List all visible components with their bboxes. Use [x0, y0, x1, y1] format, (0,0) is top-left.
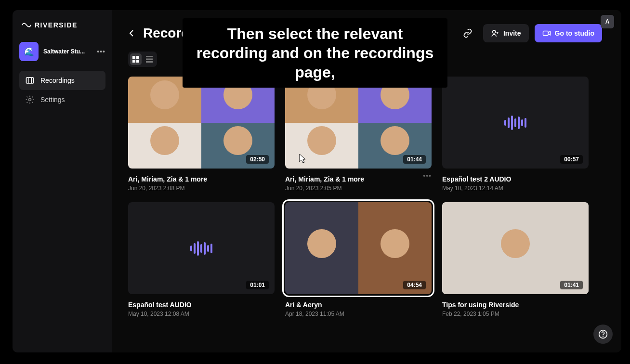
help-button[interactable] [593, 325, 613, 344]
recording-title: Ari, Miriam, Zia & 1 more [285, 175, 364, 183]
duration-badge: 01:41 [560, 281, 583, 289]
svg-rect-9 [136, 56, 139, 59]
brand-logo[interactable]: RIVERSIDE [21, 20, 105, 30]
recording-title: Ari, Miriam, Zia & 1 more [128, 175, 275, 183]
recording-date: May 10, 2023 12:14 AM [442, 185, 589, 192]
recording-card[interactable]: 01:44 Ari, Miriam, Zia & 1 more ••• Jun … [285, 77, 432, 192]
recordings-grid: 02:50 Ari, Miriam, Zia & 1 more Jun 20, … [112, 67, 621, 327]
gear-icon [25, 95, 35, 104]
recording-card[interactable]: 04:54 Ari & Aeryn Apr 18, 2023 11:05 AM [285, 202, 432, 317]
recording-date: Apr 18, 2023 11:05 AM [285, 311, 432, 317]
recording-card[interactable]: 00:57 Español test 2 AUDIO May 10, 2023 … [442, 77, 589, 192]
recording-thumbnail: 04:54 [285, 202, 432, 294]
duration-badge: 00:57 [560, 155, 583, 164]
recording-thumbnail: 01:01 [128, 202, 275, 294]
svg-rect-14 [146, 61, 153, 63]
svg-rect-8 [132, 56, 135, 59]
svg-rect-13 [146, 59, 153, 60]
sidebar-item-label: Recordings [40, 77, 75, 84]
studio-icon: 🌊 [19, 42, 39, 61]
recording-date: May 10, 2023 12:08 AM [128, 311, 275, 317]
invite-button[interactable]: Invite [483, 24, 529, 42]
studio-more-icon[interactable]: ••• [97, 48, 105, 55]
recording-title: Ari & Aeryn [285, 301, 432, 309]
list-view-button[interactable] [144, 53, 155, 65]
studio-selector[interactable]: 🌊 Saltwater Stu... ••• [19, 42, 105, 61]
recording-thumbnail: 00:57 [442, 77, 589, 169]
recording-title: Español test 2 AUDIO [442, 175, 589, 183]
help-icon [598, 329, 608, 339]
back-button[interactable] [127, 28, 136, 38]
duration-badge: 01:44 [403, 155, 426, 164]
recording-title: Español test AUDIO [128, 301, 275, 309]
svg-rect-11 [136, 60, 139, 63]
svg-rect-12 [146, 56, 153, 57]
recording-date: Jun 20, 2023 2:05 PM [285, 185, 432, 192]
svg-rect-10 [132, 60, 135, 63]
recording-date: Jun 20, 2023 2:08 PM [128, 185, 275, 192]
cursor-icon [297, 153, 308, 164]
svg-point-16 [603, 336, 604, 337]
recording-date: Feb 22, 2023 1:05 PM [442, 311, 589, 317]
recording-thumbnail: 02:50 [128, 77, 275, 169]
sidebar-item-recordings[interactable]: Recordings [19, 71, 105, 90]
user-plus-icon [491, 29, 499, 38]
duration-badge: 02:50 [246, 155, 269, 164]
svg-rect-7 [543, 31, 548, 36]
sidebar-item-label: Settings [40, 96, 65, 104]
svg-rect-0 [26, 78, 34, 83]
sidebar-item-settings[interactable]: Settings [19, 90, 105, 109]
recording-thumbnail: 01:41 [442, 202, 589, 294]
card-more-icon[interactable]: ••• [423, 172, 432, 180]
view-toggle [128, 52, 157, 67]
audio-wave-icon [190, 241, 212, 256]
duration-badge: 01:01 [246, 281, 269, 289]
camera-icon [542, 29, 551, 38]
recording-card[interactable]: 02:50 Ari, Miriam, Zia & 1 more Jun 20, … [128, 77, 275, 192]
studio-name: Saltwater Stu... [43, 48, 92, 55]
svg-point-4 [493, 30, 496, 33]
duration-badge: 04:54 [403, 281, 426, 289]
svg-point-3 [29, 99, 31, 101]
user-avatar[interactable]: A [601, 15, 614, 28]
grid-view-button[interactable] [130, 53, 142, 65]
recording-title: Tips for using Riverside [442, 301, 589, 309]
sidebar: RIVERSIDE 🌊 Saltwater Stu... ••• Recordi… [13, 10, 112, 352]
recording-card[interactable]: 01:41 Tips for using Riverside Feb 22, 2… [442, 202, 589, 317]
recording-thumbnail: 01:44 [285, 77, 432, 169]
recording-card[interactable]: 01:01 Español test AUDIO May 10, 2023 12… [128, 202, 275, 317]
brand-name: RIVERSIDE [35, 21, 78, 29]
audio-wave-icon [504, 116, 526, 130]
wave-icon [21, 20, 32, 30]
go-to-studio-button[interactable]: Go to studio [535, 24, 602, 42]
link-button[interactable] [458, 24, 477, 43]
recordings-icon [25, 76, 35, 85]
video-caption: Then select the relevant recording and o… [183, 18, 447, 88]
